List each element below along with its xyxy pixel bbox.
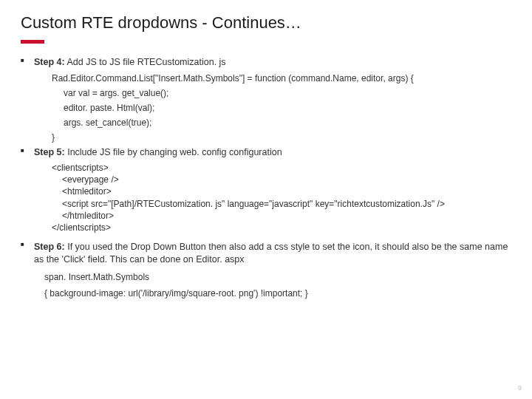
code-line-5: } (52, 132, 511, 143)
css-selector: span. Insert.Math.Symbols (44, 272, 511, 282)
config-l4: <script src="[Path]/RTECustomization. js… (52, 198, 511, 210)
step-5-label: Step 5: (34, 147, 65, 157)
config-l5: </htmleditor> (52, 210, 511, 222)
step-6-label: Step 6: (34, 242, 65, 252)
step-5-bullet: Step 5: Include JS file by changing web.… (21, 147, 511, 157)
config-l3: <htmleditor> (52, 185, 511, 197)
step-6-bullet: Step 6: If you used the Drop Down Button… (21, 241, 511, 266)
step-5-text: Include JS file by changing web. config … (65, 147, 282, 157)
step-4-label: Step 4: (34, 57, 65, 67)
code-line-4: args. set_cancel(true); (64, 117, 511, 128)
config-block: <clientscripts> <everypage /> <htmledito… (52, 162, 511, 233)
css-rule: { background-image: url('/library/img/sq… (44, 288, 511, 299)
step-4-text: Add JS to JS file RTECustomization. js (65, 57, 226, 67)
accent-bar (21, 40, 44, 44)
code-line-1: Rad.Editor.Command.List["Insert.Math.Sym… (52, 73, 511, 83)
config-l2: <everypage /> (52, 174, 511, 185)
slide-title: Custom RTE dropdowns - Continues… (21, 13, 511, 33)
step-4-bullet: Step 4: Add JS to JS file RTECustomizati… (21, 57, 511, 67)
page-number: 9 (518, 384, 522, 392)
config-l6: </clientscripts> (52, 222, 111, 233)
code-line-2: var val = args. get_value(); (64, 88, 511, 98)
step-6-text: If you used the Drop Down Button then al… (34, 242, 508, 265)
config-l1: <clientscripts> (52, 163, 109, 173)
code-line-3: editor. paste. Html(val); (64, 103, 511, 113)
